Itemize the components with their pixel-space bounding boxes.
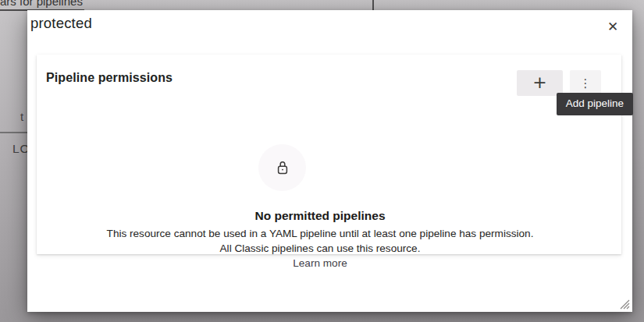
lock-icon xyxy=(276,161,289,175)
close-icon: ✕ xyxy=(607,19,618,34)
background-horizontal-divider xyxy=(0,132,29,133)
pipeline-permissions-card: Pipeline permissions + ⋮ No permitted pi… xyxy=(37,55,621,254)
add-pipeline-button[interactable]: + xyxy=(517,70,563,96)
dialog-title: protected xyxy=(30,15,92,32)
learn-more-link[interactable]: Learn more xyxy=(293,256,347,271)
zero-data-message: No permitted pipelines This resource can… xyxy=(47,207,593,271)
add-pipeline-tooltip: Add pipeline xyxy=(557,93,633,115)
pipeline-permissions-dialog: protected ✕ Pipeline permissions + ⋮ xyxy=(27,10,632,312)
background-partial-text-left: t xyxy=(20,110,23,123)
zero-data-heading: No permitted pipelines xyxy=(47,207,593,225)
lock-illustration xyxy=(258,144,306,191)
dimmed-page-background: ars for pipelines t LO protected ✕ Pipel… xyxy=(0,0,644,322)
background-vertical-divider xyxy=(372,0,374,10)
close-button[interactable]: ✕ xyxy=(603,16,623,37)
plus-icon: + xyxy=(532,73,546,92)
resize-grip-icon[interactable] xyxy=(619,299,630,310)
zero-data-line1: This resource cannot be used in a YAML p… xyxy=(47,226,593,241)
background-tab-variables-for-pipelines: ars for pipelines xyxy=(0,0,84,11)
zero-data-line2: All Classic pipelines can use this resou… xyxy=(47,241,593,256)
kebab-menu-icon: ⋮ xyxy=(580,76,592,90)
section-title: Pipeline permissions xyxy=(46,71,173,85)
